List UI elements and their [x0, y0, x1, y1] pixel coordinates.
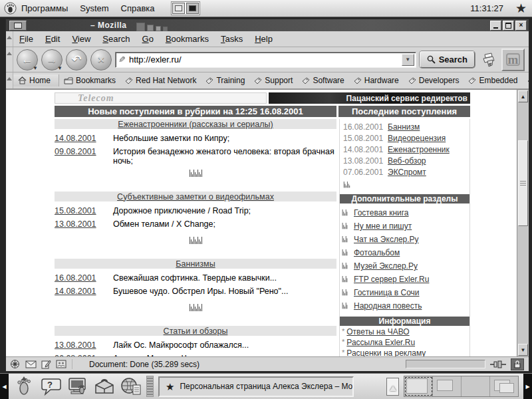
- bookmark-folder-bookmarks[interactable]: Bookmarks: [59, 74, 120, 86]
- desk-guide-button[interactable]: [386, 378, 399, 396]
- scroll-up-button[interactable]: ▲: [518, 90, 528, 102]
- bookmark-red-hat-network[interactable]: Red Hat Network: [120, 74, 201, 86]
- menu-file[interactable]: File: [13, 33, 39, 45]
- taskbar-grippy[interactable]: [146, 376, 154, 397]
- article-date-link[interactable]: 09.08.2001: [55, 147, 96, 156]
- panel-hide-right-button[interactable]: ▶: [523, 374, 532, 399]
- workspace-3[interactable]: [462, 376, 490, 396]
- mail-icon[interactable]: [25, 360, 37, 368]
- menu-bookmarks[interactable]: Bookmarks: [160, 33, 215, 45]
- maximize-button[interactable]: [503, 21, 514, 31]
- info-link[interactable]: Рассылка Exler.Ru: [346, 338, 415, 347]
- url-dropdown-button[interactable]: ▼: [402, 54, 414, 66]
- recent-link[interactable]: Веб-обзор: [388, 156, 426, 166]
- search-button[interactable]: Search: [420, 51, 475, 68]
- bookmark-search[interactable]: Search: [523, 74, 529, 86]
- menu-edit[interactable]: Edit: [39, 33, 66, 45]
- back-button[interactable]: ←▼: [17, 49, 38, 70]
- terminal-button[interactable]: [66, 376, 88, 398]
- panel-menu-programs[interactable]: Программы: [20, 2, 76, 15]
- article-text: Обмен телами / X Change;: [113, 219, 336, 229]
- ad-banner[interactable]: Пацанский сервис редиректов: [269, 92, 470, 104]
- section-title-link[interactable]: Статьи и обзоры: [164, 327, 228, 336]
- extra-link[interactable]: Гостевая книга: [354, 208, 409, 217]
- reload-button[interactable]: ↶: [66, 49, 87, 70]
- star-applet-icon[interactable]: ★: [515, 2, 532, 15]
- workspace-4[interactable]: [490, 376, 518, 396]
- bookmark-support[interactable]: Support: [249, 74, 297, 86]
- menu-go[interactable]: Go: [136, 33, 160, 45]
- gnome-foot-icon[interactable]: [3, 2, 17, 15]
- window-menu-icon[interactable]: [9, 21, 27, 31]
- scrollbar-thumb[interactable]: [518, 140, 528, 226]
- section-title-link[interactable]: Еженастроенники (рассказы и сериалы): [118, 120, 273, 129]
- bookmark-developers[interactable]: Developers: [404, 74, 464, 86]
- back-dropdown-icon[interactable]: ▼: [33, 66, 38, 71]
- composer-icon[interactable]: [41, 360, 51, 369]
- extra-link[interactable]: Чат на Экслер.Ру: [354, 235, 419, 244]
- panel-hide-left-button[interactable]: ◀: [0, 374, 9, 399]
- article-date-link[interactable]: 14.08.2001: [55, 134, 96, 143]
- vertical-scrollbar[interactable]: ▲ ▼: [517, 90, 529, 356]
- recent-link[interactable]: Еженастроенник: [388, 145, 450, 154]
- tasklist-window-icon[interactable]: [172, 3, 185, 14]
- section-title-link[interactable]: Баннизмы: [176, 259, 215, 269]
- bookmark-home[interactable]: Home: [13, 74, 59, 86]
- bookmark-hardware[interactable]: Hardware: [349, 74, 404, 86]
- bookmark-training[interactable]: Training: [201, 74, 249, 86]
- extra-link[interactable]: Народная повесть: [354, 301, 422, 311]
- minimize-button[interactable]: [490, 21, 501, 31]
- article-date-link[interactable]: 13.08.2001: [55, 340, 96, 350]
- extra-link[interactable]: Музей Экслер.Ру: [354, 261, 418, 271]
- navbar-grippy[interactable]: [6, 47, 13, 72]
- forward-dropdown-icon[interactable]: ▼: [57, 66, 63, 71]
- extra-link[interactable]: Ну мне и пишут: [354, 221, 412, 231]
- menubar-grippy[interactable]: [6, 31, 13, 47]
- menu-search[interactable]: Search: [96, 33, 136, 45]
- url-bar[interactable]: ✎ http://exler.ru/ ▼: [115, 52, 416, 68]
- stop-button[interactable]: ×: [90, 49, 112, 70]
- menu-view[interactable]: View: [66, 33, 96, 45]
- workspace-2[interactable]: [433, 376, 462, 396]
- extra-link[interactable]: Фотоальбом: [354, 248, 400, 257]
- tasklist-window-icon-active[interactable]: [186, 3, 199, 14]
- info-link[interactable]: Ответы на ЧАВО: [346, 327, 409, 336]
- mozilla-logo[interactable]: m: [501, 49, 525, 71]
- forward-button[interactable]: →▼: [41, 49, 63, 70]
- bookmark-embedded[interactable]: Embedded: [464, 74, 522, 86]
- article-date-link[interactable]: 14.08.2001: [55, 287, 96, 296]
- main-menu-foot-button[interactable]: [13, 376, 35, 398]
- close-button[interactable]: ×: [515, 21, 527, 31]
- recent-link[interactable]: Баннизм: [388, 122, 420, 132]
- article-date-link[interactable]: 15.08.2001: [55, 206, 96, 215]
- extra-link[interactable]: Гостиница в Сочи: [354, 288, 420, 297]
- article-date-link[interactable]: 13.08.2001: [55, 219, 96, 229]
- article-date-link[interactable]: 16.08.2001: [55, 273, 96, 283]
- bookmark-software[interactable]: Software: [297, 74, 348, 86]
- section-title-link[interactable]: Субъективные заметки о видеофильмах: [117, 192, 274, 201]
- navigator-icon[interactable]: [9, 359, 21, 369]
- workspace-1[interactable]: [404, 376, 433, 396]
- recent-link[interactable]: Видеорецензия: [388, 134, 446, 143]
- address-book-icon[interactable]: [56, 360, 66, 368]
- print-button[interactable]: [478, 51, 498, 69]
- info-link[interactable]: Расценки на рекламу: [346, 348, 426, 356]
- panel-menu-help[interactable]: Справка: [120, 2, 163, 15]
- url-value[interactable]: http://exler.ru/: [129, 55, 182, 65]
- extra-link[interactable]: FTP сервер Exler.Ru: [354, 275, 429, 284]
- panel-menu-system[interactable]: System: [78, 2, 116, 15]
- online-plug-icon[interactable]: [490, 360, 506, 368]
- web-browser-button[interactable]: [120, 376, 142, 398]
- scroll-down-button[interactable]: ▼: [518, 344, 528, 356]
- menu-tasks[interactable]: Tasks: [215, 33, 249, 45]
- recent-link[interactable]: ЭКСпромт: [388, 168, 426, 177]
- help-button[interactable]: ?: [40, 376, 62, 398]
- telecom-logo[interactable]: Telecom: [55, 92, 267, 104]
- article-date-link[interactable]: 06.08.2001: [55, 354, 96, 356]
- toolbox-button[interactable]: [93, 376, 115, 398]
- taskbar-window-item[interactable]: ★ Персональная страница Алекса Экслера –…: [158, 376, 354, 397]
- menu-help[interactable]: Help: [249, 33, 279, 45]
- security-lock-icon[interactable]: [511, 358, 524, 370]
- titlebar[interactable]: – Mozilla ×: [6, 19, 529, 31]
- personalbar-grippy[interactable]: [6, 72, 13, 88]
